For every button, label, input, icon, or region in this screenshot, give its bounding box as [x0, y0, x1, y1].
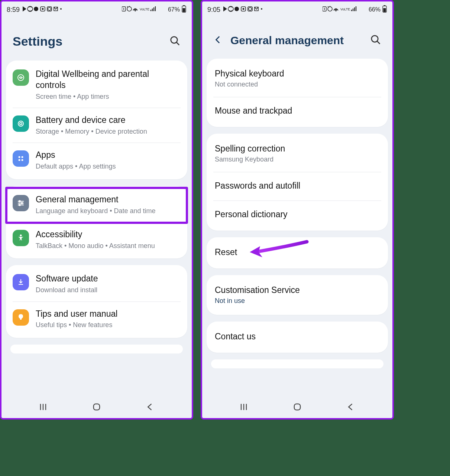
- svg-rect-26: [94, 404, 100, 410]
- row-general-management[interactable]: General management Language and keyboard…: [6, 188, 187, 222]
- row-reset[interactable]: Reset: [207, 239, 388, 267]
- row-title: Passwords and autofill: [215, 180, 380, 192]
- nav-back[interactable]: [346, 402, 356, 414]
- svg-point-33: [261, 8, 262, 10]
- status-icons-right: VoLTE: [122, 6, 166, 14]
- nav-recents[interactable]: [239, 402, 249, 414]
- battery-text: 66%: [369, 6, 381, 13]
- phone-left: 8:59 VoLTE 67% Settings: [0, 0, 193, 420]
- svg-point-18: [19, 156, 20, 158]
- nav-recents[interactable]: [38, 402, 48, 414]
- svg-point-41: [372, 36, 378, 42]
- svg-text:VoLTE: VoLTE: [340, 7, 350, 11]
- settings-list: Digital Wellbeing and parental controls …: [1, 61, 192, 396]
- row-sub: Language and keyboard • Date and time: [36, 207, 181, 215]
- svg-point-0: [27, 6, 33, 12]
- nav-home[interactable]: [91, 402, 102, 414]
- status-right: VoLTE 66%: [323, 5, 387, 14]
- svg-point-16: [18, 121, 23, 126]
- settings-group: General management Language and keyboard…: [6, 186, 187, 259]
- row-personal-dictionary[interactable]: Personal dictionary: [207, 201, 388, 229]
- row-digital-wellbeing[interactable]: Digital Wellbeing and parental controls …: [6, 62, 187, 108]
- row-software-update[interactable]: Software update Download and install: [6, 267, 187, 301]
- gm-group: Physical keyboard Not connected Mouse an…: [207, 59, 388, 127]
- svg-rect-13: [183, 8, 185, 12]
- row-physical-keyboard[interactable]: Physical keyboard Not connected: [207, 60, 388, 97]
- svg-point-8: [127, 7, 132, 11]
- svg-rect-42: [294, 404, 300, 410]
- gm-group: Contact us: [207, 322, 388, 353]
- row-title: Contact us: [215, 331, 380, 342]
- row-tips[interactable]: Tips and user manual Useful tips • New f…: [6, 302, 187, 336]
- row-battery-care[interactable]: Battery and device care Storage • Memory…: [6, 108, 187, 143]
- header: Settings: [1, 16, 192, 61]
- status-icons-right: VoLTE: [323, 6, 367, 14]
- peek-card: [211, 359, 383, 368]
- row-title: Spelling correction: [215, 143, 380, 154]
- svg-text:VoLTE: VoLTE: [140, 7, 149, 11]
- svg-point-27: [228, 6, 233, 12]
- svg-point-24: [19, 204, 20, 206]
- battery-icon: [181, 5, 187, 14]
- row-title: Digital Wellbeing and parental controls: [36, 69, 181, 91]
- row-title: Tips and user manual: [36, 309, 181, 320]
- nav-home[interactable]: [292, 402, 302, 414]
- status-icons-left: [22, 6, 63, 14]
- row-sub: Screen time • App timers: [36, 92, 181, 101]
- svg-point-14: [171, 36, 178, 43]
- row-title: Accessibility: [36, 229, 181, 240]
- search-icon[interactable]: [370, 34, 381, 47]
- row-apps[interactable]: Apps Default apps • App settings: [6, 143, 187, 177]
- page-title: Settings: [13, 34, 62, 49]
- nav-bar: [1, 396, 192, 418]
- row-mouse-trackpad[interactable]: Mouse and trackpad: [207, 97, 388, 125]
- row-title: General management: [36, 194, 181, 205]
- status-time: 9:05: [207, 6, 220, 14]
- row-sub: Default apps • App settings: [36, 162, 181, 171]
- back-icon[interactable]: [213, 35, 223, 46]
- row-sub: Not connected: [215, 80, 380, 89]
- accessibility-icon: [13, 230, 29, 246]
- svg-point-15: [18, 75, 24, 81]
- status-left: 9:05: [207, 6, 263, 14]
- svg-point-35: [328, 7, 332, 11]
- row-title: Physical keyboard: [215, 68, 380, 79]
- status-icons-left: [223, 6, 263, 14]
- row-accessibility[interactable]: Accessibility TalkBack • Mono audio • As…: [6, 222, 187, 257]
- row-title: Mouse and trackpad: [215, 105, 380, 117]
- gm-list: Physical keyboard Not connected Mouse an…: [202, 59, 392, 396]
- search-icon[interactable]: [169, 35, 181, 48]
- row-sub: Download and install: [36, 286, 181, 294]
- gm-group: Customisation Service Not in use: [207, 275, 388, 315]
- row-title: Customisation Service: [215, 285, 380, 296]
- svg-point-22: [19, 200, 20, 202]
- row-title: Battery and device care: [36, 115, 181, 126]
- svg-point-3: [42, 8, 44, 10]
- svg-rect-40: [383, 8, 386, 12]
- settings-group: Software update Download and install Tip…: [6, 265, 187, 338]
- row-sub: Samsung Keyboard: [215, 155, 380, 164]
- status-bar: 8:59 VoLTE 67%: [1, 1, 192, 16]
- nav-back[interactable]: [145, 402, 155, 414]
- apps-icon: [13, 150, 29, 167]
- svg-point-32: [249, 7, 252, 10]
- phone-right: 9:05 VoLTE 66% General management: [201, 0, 394, 420]
- row-title: Reset: [215, 247, 380, 258]
- header: General management: [202, 16, 392, 59]
- row-spelling-correction[interactable]: Spelling correction Samsung Keyboard: [207, 135, 388, 172]
- svg-point-36: [336, 10, 336, 11]
- row-passwords-autofill[interactable]: Passwords and autofill: [207, 172, 388, 200]
- svg-point-30: [243, 8, 245, 10]
- row-customisation-service[interactable]: Customisation Service Not in use: [207, 277, 388, 313]
- status-right: VoLTE 67%: [122, 5, 187, 14]
- row-contact-us[interactable]: Contact us: [207, 323, 388, 351]
- status-bar: 9:05 VoLTE 66%: [202, 1, 392, 16]
- svg-point-23: [21, 202, 23, 204]
- svg-point-6: [60, 8, 62, 10]
- page-title: General management: [230, 34, 344, 47]
- row-sub: Storage • Memory • Device protection: [36, 127, 181, 136]
- svg-rect-12: [183, 5, 185, 6]
- device-care-icon: [13, 115, 29, 132]
- svg-point-21: [22, 159, 23, 161]
- svg-point-28: [234, 7, 239, 11]
